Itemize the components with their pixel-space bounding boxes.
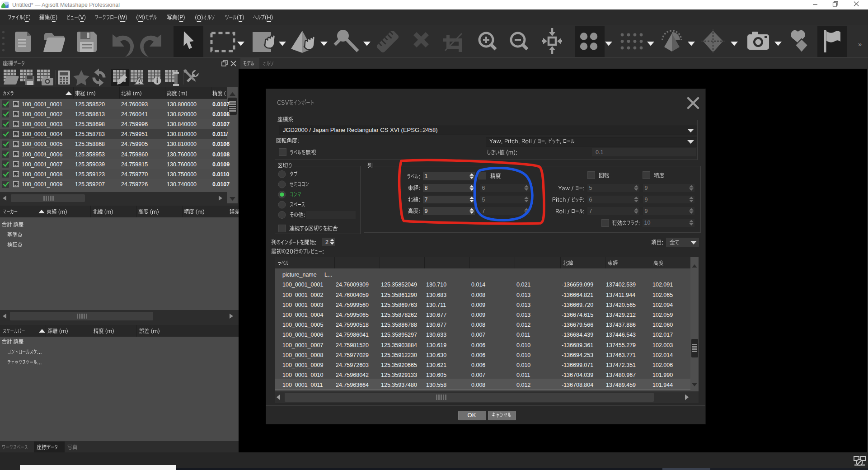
svg-text:125.35886788: 125.35886788 (381, 322, 417, 328)
svg-text:130.750000: 130.750000 (167, 171, 197, 178)
svg-text:-136679.566: -136679.566 (562, 322, 593, 328)
svg-text:137402.539: 137402.539 (606, 282, 636, 288)
svg-text:125.35895297: 125.35895297 (381, 332, 417, 338)
svg-text:125.358520: 125.358520 (75, 101, 105, 108)
svg-text:102.091: 102.091 (652, 282, 673, 288)
svg-text:100_0001_0002: 100_0001_0002 (22, 111, 62, 118)
svg-text:130.683: 130.683 (426, 292, 446, 298)
svg-text:24.75981520: 24.75981520 (336, 342, 369, 348)
svg-text:-136669.720: -136669.720 (562, 302, 593, 308)
svg-text:130.740000: 130.740000 (167, 181, 197, 188)
svg-text:125.35861290: 125.35861290 (381, 292, 417, 298)
svg-text:0.0108: 0.0108 (212, 151, 230, 158)
svg-text:24.760041: 24.760041 (121, 111, 148, 118)
svg-text:24.75977029: 24.75977029 (336, 352, 369, 358)
svg-text:0.010: 0.010 (516, 362, 530, 368)
svg-text:130.677: 130.677 (426, 312, 446, 318)
svg-text:24.76004059: 24.76004059 (336, 292, 369, 298)
svg-text:24.75986041: 24.75986041 (336, 332, 369, 338)
svg-text:130.760000: 130.760000 (167, 161, 197, 168)
svg-text:7: 7 (425, 197, 428, 203)
svg-text:125.35869763: 125.35869763 (381, 302, 417, 308)
svg-text:130.760000: 130.760000 (167, 151, 197, 158)
svg-text:0.008: 0.008 (471, 292, 485, 298)
svg-text:24.759770: 24.759770 (121, 171, 148, 178)
svg-text:24.75990518: 24.75990518 (336, 322, 369, 328)
svg-text:-136694.253: -136694.253 (562, 352, 593, 358)
svg-text:24.759905: 24.759905 (121, 141, 148, 147)
svg-text:125.359039: 125.359039 (75, 161, 105, 168)
svg-text:100_0001_0002: 100_0001_0002 (282, 292, 323, 298)
svg-text:24.75972603: 24.75972603 (336, 362, 369, 368)
svg-text:100_0001_0006: 100_0001_0006 (282, 332, 323, 338)
svg-text:100_0001_0012: 100_0001_0012 (282, 390, 323, 397)
svg-text:130.619: 130.619 (426, 342, 446, 348)
svg-text:125.35920665: 125.35920665 (381, 362, 417, 368)
svg-text:24.76009309: 24.76009309 (336, 282, 369, 288)
svg-text:9: 9 (645, 197, 648, 203)
svg-text:137497.942: 137497.942 (606, 390, 636, 397)
svg-text:0.0106: 0.0106 (212, 141, 230, 147)
svg-text:8: 8 (425, 185, 428, 191)
svg-text:130.630: 130.630 (426, 352, 446, 358)
svg-text:137455.279: 137455.279 (606, 342, 636, 348)
svg-text:0.0107: 0.0107 (212, 101, 230, 108)
svg-text:130.820000: 130.820000 (167, 111, 197, 118)
svg-text:130.840000: 130.840000 (167, 121, 197, 127)
svg-text:-136708.804: -136708.804 (562, 382, 593, 388)
svg-text:102.065: 102.065 (652, 292, 673, 298)
svg-text:100_0001_0006: 100_0001_0006 (22, 151, 62, 158)
svg-text:100_0001_0007: 100_0001_0007 (282, 342, 323, 348)
svg-text:24.759996: 24.759996 (121, 121, 148, 127)
svg-text:6: 6 (589, 197, 592, 203)
svg-text:5: 5 (482, 197, 485, 203)
svg-text:7: 7 (589, 208, 592, 214)
svg-text:7: 7 (482, 208, 485, 214)
svg-text:0.0108: 0.0108 (212, 111, 230, 118)
svg-text:137429.212: 137429.212 (606, 312, 636, 318)
svg-text:0.006: 0.006 (471, 342, 485, 348)
svg-text:9: 9 (645, 185, 648, 191)
svg-text:137472.351: 137472.351 (606, 362, 636, 368)
svg-text:0.006: 0.006 (471, 352, 485, 358)
svg-text:24.760093: 24.760093 (121, 101, 148, 108)
svg-text:125.35929133: 125.35929133 (381, 372, 417, 378)
svg-text:102.003: 102.003 (652, 342, 673, 348)
svg-text:130.710: 130.710 (426, 282, 446, 288)
svg-text:102.017: 102.017 (652, 332, 673, 338)
svg-text:102.060: 102.060 (652, 322, 673, 328)
svg-text:»: » (858, 40, 862, 48)
svg-text:0.011: 0.011 (516, 372, 530, 378)
svg-text:137446.543: 137446.543 (606, 332, 636, 338)
svg-text:130.605: 130.605 (426, 372, 446, 378)
svg-text:-136659.099: -136659.099 (562, 282, 593, 288)
svg-text:100_0001_0011: 100_0001_0011 (282, 382, 323, 388)
svg-text:125.35878262: 125.35878262 (381, 312, 417, 318)
svg-text:125.35912230: 125.35912230 (381, 352, 417, 358)
svg-text:24.75959084: 24.75959084 (336, 390, 369, 397)
svg-text:JGD2000 / Japan Plane Rectangu: JGD2000 / Japan Plane Rectangular CS XVI… (283, 127, 438, 133)
svg-text:-136699.071: -136699.071 (562, 362, 593, 368)
svg-text:24.75999560: 24.75999560 (336, 302, 369, 308)
svg-text:125.359123: 125.359123 (75, 171, 105, 178)
svg-text:100_0001_0005: 100_0001_0005 (282, 322, 323, 328)
svg-text:1: 1 (425, 173, 428, 179)
svg-text:102.006: 102.006 (652, 362, 673, 368)
svg-text:130.633: 130.633 (426, 332, 446, 338)
svg-text:0.010: 0.010 (516, 342, 530, 348)
svg-text:2: 2 (325, 239, 328, 245)
svg-text:130.521: 130.521 (426, 390, 446, 397)
svg-text:picture_name: picture_name (282, 272, 317, 278)
svg-text:24.75968042: 24.75968042 (336, 372, 369, 378)
svg-text:130.621: 130.621 (426, 362, 446, 368)
svg-text:100_0001_0004: 100_0001_0004 (22, 131, 62, 137)
svg-text:101.990: 101.990 (652, 372, 673, 378)
svg-text:0.007: 0.007 (471, 372, 485, 378)
svg-text:5: 5 (589, 185, 592, 191)
svg-text:OK: OK (468, 412, 476, 418)
svg-text:100_0001_0005: 100_0001_0005 (22, 141, 62, 147)
svg-text:125.35945923: 125.35945923 (381, 390, 417, 397)
svg-text:0.008: 0.008 (471, 382, 485, 388)
svg-text:100_0001_0008: 100_0001_0008 (22, 171, 62, 178)
svg-text:10: 10 (644, 220, 651, 226)
